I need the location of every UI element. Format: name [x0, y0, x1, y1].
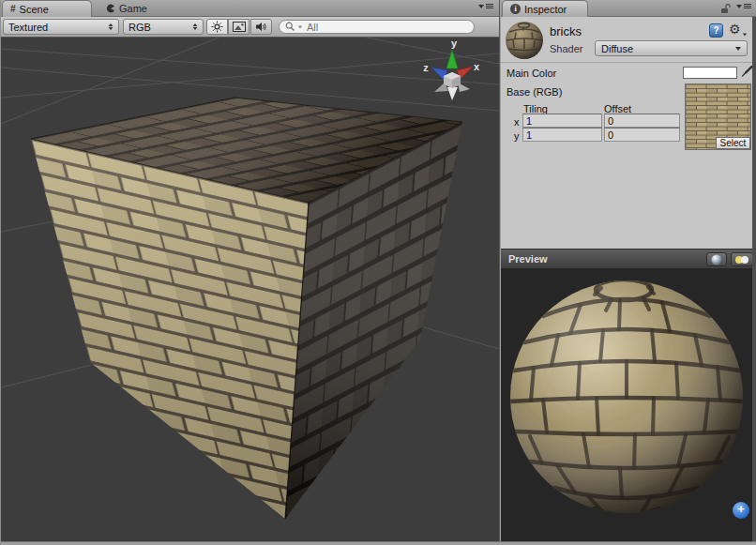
chevron-down-icon — [735, 47, 741, 51]
material-preview-sphere — [501, 269, 756, 541]
scene-canvas: y x z — [1, 38, 499, 541]
scene-viewport[interactable]: y x z — [1, 38, 499, 541]
tab-inspector-label: Inspector — [524, 4, 567, 15]
menu-lines-icon — [744, 4, 751, 8]
search-icon — [285, 22, 295, 32]
scene-panel: # Scene Game Textured RGB — [1, 0, 499, 541]
scene-tabbar: # Scene Game — [1, 0, 499, 17]
offset-x-input[interactable] — [604, 114, 680, 128]
stepper-icon — [193, 23, 198, 30]
divider — [501, 62, 756, 63]
tab-inspector[interactable]: i Inspector — [502, 0, 588, 17]
shader-dropdown[interactable]: Diffuse — [595, 40, 748, 56]
base-texture-thumbnail[interactable]: Select — [685, 83, 751, 150]
audio-toggle-button[interactable] — [250, 19, 272, 35]
main-color-label: Main Color — [507, 68, 556, 79]
stepper-icon — [109, 23, 113, 30]
chevron-down-icon — [478, 5, 484, 8]
preview-body[interactable]: + — [501, 269, 756, 541]
chevron-down-icon — [736, 5, 742, 8]
search-input[interactable] — [305, 21, 446, 34]
inspector-tabbar: i Inspector — [501, 0, 756, 17]
base-texture-label: Base (RGB) — [507, 86, 562, 98]
tiling-x-input[interactable] — [522, 114, 602, 128]
preview-title: Preview — [508, 253, 548, 265]
tab-scene[interactable]: # Scene — [2, 0, 92, 17]
sun-icon — [211, 21, 223, 33]
draw-mode-dropdown[interactable]: Textured — [3, 19, 119, 35]
add-preview-button[interactable]: + — [733, 502, 749, 519]
lock-icon — [720, 3, 731, 14]
grid-icon: # — [10, 4, 16, 14]
preview-header[interactable]: Preview — [501, 249, 756, 269]
gizmo-z-label: z — [423, 62, 429, 73]
color-mode-dropdown[interactable]: RGB — [123, 19, 204, 35]
game-icon — [106, 4, 115, 13]
axis-x-label: x — [514, 116, 520, 128]
menu-lines-icon — [486, 4, 493, 8]
speaker-icon — [255, 22, 268, 32]
draw-mode-value: Textured — [8, 22, 48, 33]
info-icon: i — [510, 4, 521, 14]
material-ball-thumbnail — [504, 20, 545, 61]
inspector-panel: i Inspector — [501, 0, 756, 541]
gizmo-y-label: y — [451, 38, 458, 49]
tiling-y-input[interactable] — [522, 128, 602, 142]
lighting-toggle-button[interactable] — [206, 19, 228, 35]
tab-game-label: Game — [119, 3, 147, 14]
shader-value: Diffuse — [601, 43, 633, 54]
two-lights-icon — [734, 255, 749, 265]
inspector-lock[interactable] — [720, 3, 731, 14]
offset-y-input[interactable] — [604, 128, 680, 142]
settings-button[interactable]: ⚙ — [729, 22, 748, 37]
image-icon — [233, 22, 246, 32]
inspector-panel-menu-icon[interactable] — [736, 4, 751, 8]
window-bottom-edge — [1, 541, 756, 545]
shader-label: Shader — [550, 43, 582, 54]
search-filter-chevron-icon[interactable] — [298, 25, 302, 28]
axis-y-label: y — [514, 130, 520, 142]
material-name: bricks — [550, 24, 582, 38]
color-mode-value: RGB — [129, 22, 151, 33]
tab-game[interactable]: Game — [106, 0, 147, 17]
plus-icon: + — [737, 502, 745, 516]
unity-editor-window: # Scene Game Textured RGB — [0, 0, 756, 545]
chevron-down-icon — [742, 34, 746, 37]
gizmo-x-label: x — [474, 61, 480, 72]
scene-toolbar: Textured RGB — [1, 17, 499, 38]
window-right-edge — [752, 17, 756, 541]
scene-search-field[interactable] — [279, 20, 475, 34]
tab-scene-label: Scene — [20, 4, 49, 15]
gear-icon: ⚙ — [729, 22, 741, 37]
main-color-swatch[interactable] — [683, 67, 737, 79]
preview-sphere-button[interactable] — [706, 252, 727, 266]
skybox-toggle-button[interactable] — [228, 19, 249, 35]
help-button[interactable]: ? — [709, 23, 723, 38]
help-glyph: ? — [713, 25, 718, 36]
preview-lighting-button[interactable] — [731, 252, 753, 266]
scene-panel-menu-icon[interactable] — [478, 4, 493, 8]
sphere-icon — [711, 254, 722, 265]
select-button-label: Select — [720, 138, 747, 148]
select-texture-button[interactable]: Select — [716, 137, 750, 149]
